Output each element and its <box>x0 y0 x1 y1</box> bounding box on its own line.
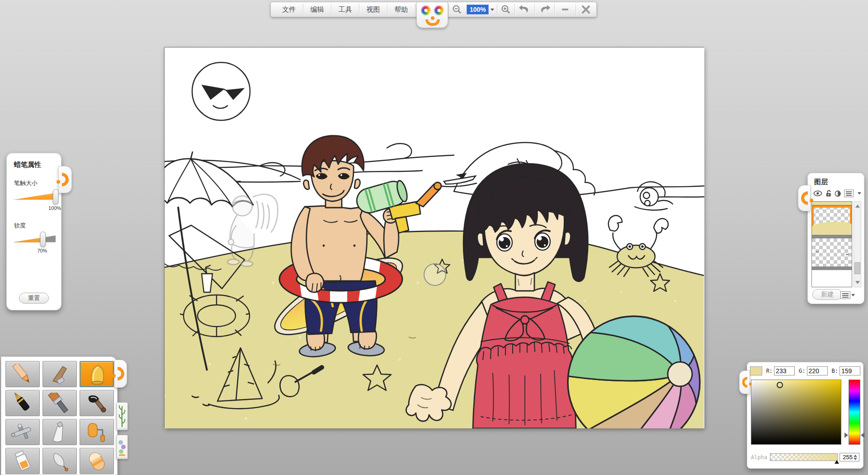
tool-eraser[interactable] <box>80 448 114 474</box>
eraser-icon <box>84 451 110 471</box>
layer-thumbnail-partial[interactable] <box>812 202 852 206</box>
hue-marker-left[interactable] <box>844 432 848 438</box>
panel-collapse-tab[interactable] <box>58 166 72 193</box>
alpha-marker[interactable] <box>835 460 839 464</box>
zoom-dropdown-caret[interactable] <box>491 9 494 11</box>
close-button[interactable] <box>576 2 596 17</box>
reset-button[interactable]: 重置 <box>19 293 49 304</box>
tool-crayon-selected[interactable] <box>80 361 114 387</box>
paint-bottle-icon <box>9 451 36 471</box>
hue-slider[interactable] <box>849 380 860 445</box>
paintbrush-icon <box>47 393 73 413</box>
close-icon <box>581 5 591 14</box>
layers-title: 图层 <box>808 173 864 186</box>
tool-paintbrush[interactable] <box>42 390 77 416</box>
alpha-input[interactable] <box>840 454 853 461</box>
tool-palette <box>1 356 118 475</box>
color-collapse-tab[interactable] <box>739 370 750 394</box>
layers-collapse-tab[interactable] <box>798 185 811 211</box>
visibility-eye-icon[interactable] <box>813 190 822 197</box>
colored-pencil-icon <box>9 364 36 385</box>
layer-thumbnail-selected[interactable] <box>812 206 852 235</box>
lock-icon[interactable] <box>826 190 831 197</box>
layer-scrollbar[interactable] <box>854 201 861 287</box>
drawing-canvas[interactable] <box>164 47 704 428</box>
layers-panel: 图层 新建 <box>807 173 864 304</box>
red-label: R: <box>766 368 773 374</box>
palette-collapse-tab[interactable] <box>114 360 127 388</box>
saturation-value-field[interactable] <box>751 380 841 445</box>
zoom-out-button[interactable] <box>449 2 466 17</box>
magnifier-minus-icon <box>452 4 462 15</box>
tool-paint-bottle[interactable] <box>5 448 40 474</box>
new-layer-button[interactable]: 新建 <box>812 289 842 300</box>
layer-content-sand <box>812 222 852 235</box>
zoom-level-field[interactable]: 100% <box>467 5 489 14</box>
brush-size-value: 100% <box>48 205 61 211</box>
green-label: G: <box>799 368 805 374</box>
minimize-button[interactable] <box>555 2 575 17</box>
layer-thumbnail-background[interactable] <box>812 270 852 287</box>
red-input[interactable] <box>774 366 795 375</box>
softness-slider[interactable] <box>13 233 56 246</box>
panel-title: 蜡笔属性 <box>7 153 61 169</box>
foliage-tool-button[interactable] <box>116 402 128 430</box>
zoom-in-button[interactable] <box>497 2 514 17</box>
brush-size-slider[interactable] <box>13 190 56 204</box>
blend-mode-menu-icon[interactable] <box>844 190 854 197</box>
color-picker-panel: R: G: B: Alpha <box>747 362 863 469</box>
layer-options-menu-icon[interactable] <box>840 291 850 299</box>
softness-handle[interactable] <box>40 232 46 247</box>
blend-mode-caret[interactable] <box>858 192 861 195</box>
softness-value: 70% <box>37 248 47 253</box>
menu-edit[interactable]: 编辑 <box>303 2 331 17</box>
orange-crescent-icon <box>742 377 747 388</box>
alpha-spinner[interactable] <box>854 455 857 460</box>
layer-thumbnail-lineart[interactable] <box>812 238 852 266</box>
clown-smile-icon <box>425 19 440 26</box>
menu-help[interactable]: 帮助 <box>387 2 415 17</box>
crayon-properties-panel: 蜡笔属性 笔触大小 100% 软度 70% 重置 <box>6 153 61 310</box>
tool-fountain-pen[interactable] <box>5 390 40 416</box>
tool-leaf-blade[interactable] <box>42 448 77 474</box>
softness-label: 软度 <box>7 212 61 233</box>
sticker-tool-button[interactable] <box>116 435 128 459</box>
tool-colored-pencil[interactable] <box>5 361 40 387</box>
scroll-down-icon[interactable] <box>855 281 860 284</box>
tool-pastel-stick[interactable] <box>42 361 77 387</box>
alpha-slider[interactable] <box>770 453 838 461</box>
undo-button[interactable] <box>515 2 534 17</box>
sun-drawing <box>192 62 250 120</box>
brush-size-handle[interactable] <box>53 189 59 204</box>
tool-paint-roller[interactable] <box>80 419 114 445</box>
palette-knife-icon <box>47 422 73 442</box>
menu-file[interactable]: 文件 <box>275 2 303 17</box>
sv-cursor[interactable] <box>777 382 783 388</box>
leaf-blade-icon <box>47 451 73 471</box>
scroll-thumb[interactable] <box>854 262 860 274</box>
hue-marker-right[interactable] <box>861 432 864 438</box>
minimize-icon <box>560 5 570 14</box>
sticker-icon <box>118 437 127 457</box>
layer-divider <box>812 235 852 238</box>
rainbow-eye-icon <box>421 5 431 15</box>
orange-crescent-icon <box>62 173 69 186</box>
rainbow-eye-icon <box>434 5 444 15</box>
main-toolbar: 文件 编辑 工具 视图 帮助 100% <box>270 2 597 17</box>
layer-options-caret[interactable] <box>851 294 855 296</box>
opacity-contrast-icon[interactable] <box>835 190 841 197</box>
scroll-up-icon[interactable] <box>855 204 860 208</box>
green-input[interactable] <box>807 366 828 375</box>
redo-button[interactable] <box>535 2 554 17</box>
airbrush-icon <box>9 422 36 442</box>
tool-ink-brush[interactable] <box>80 390 114 416</box>
ink-brush-icon <box>84 393 110 413</box>
tool-palette-knife[interactable] <box>42 419 77 445</box>
tool-airbrush[interactable] <box>5 419 40 445</box>
menu-view[interactable]: 视图 <box>359 2 387 17</box>
blue-input[interactable] <box>840 366 860 375</box>
menu-tools[interactable]: 工具 <box>331 2 359 17</box>
layer-divider <box>812 266 852 270</box>
foliage-icon <box>118 404 127 428</box>
brush-size-label: 笔触大小 <box>7 169 61 190</box>
